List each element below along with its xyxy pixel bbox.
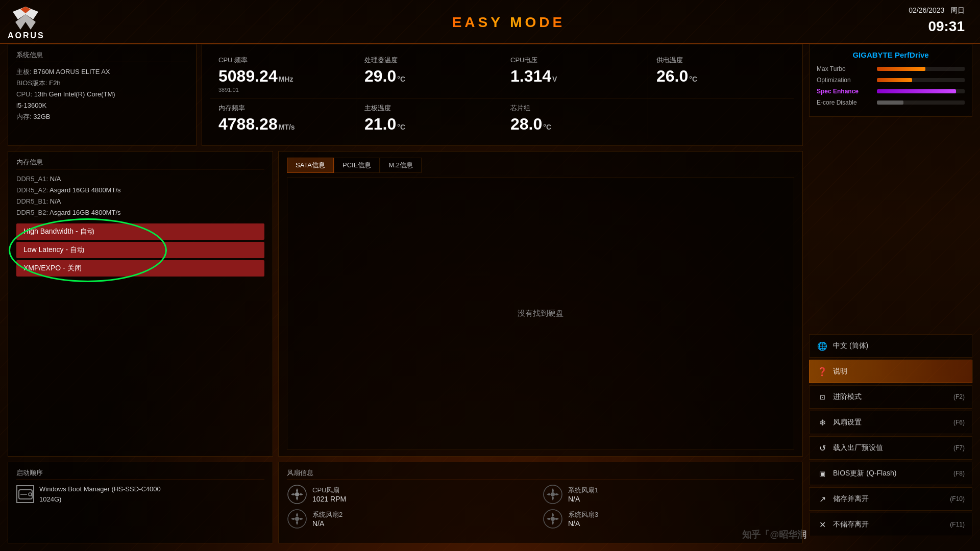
- power-temp-value: 26.0°C: [656, 67, 786, 86]
- xmp-expo-option[interactable]: XMP/EXPO - 关闭: [16, 260, 264, 277]
- cpu-freq-cell: CPU 频率 5089.24MHz 3891.01: [210, 51, 356, 98]
- page-title: EASY MODE: [452, 14, 566, 31]
- advanced-mode-btn[interactable]: ⊡ 进阶模式 (F2): [809, 385, 972, 409]
- globe-icon: 🌐: [817, 340, 828, 352]
- ecore-disable-bar: [877, 101, 903, 105]
- sys-info-title: 系统信息: [16, 51, 188, 62]
- right-sidebar: GIGABYTE PerfDrive Max Turbo Optimizatio…: [809, 44, 972, 543]
- low-latency-option[interactable]: Low Latency - 自动: [16, 242, 264, 258]
- cpu-fan-icon: [287, 484, 307, 505]
- help-btn[interactable]: ❓ 说明: [809, 360, 972, 383]
- help-label: 说明: [833, 367, 847, 376]
- fan-settings-label: 风扇设置: [833, 418, 862, 427]
- fan-shortcut: (F6): [953, 419, 965, 426]
- cpu-freq-value: 5089.24MHz: [218, 67, 348, 86]
- sys-fan1-icon: [543, 484, 563, 505]
- svg-point-7: [295, 492, 299, 496]
- aorus-logo: AORUS: [8, 4, 45, 40]
- max-turbo-label: Max Turbo: [817, 65, 873, 72]
- spec-enhance-row[interactable]: Spec Enhance: [817, 88, 965, 95]
- svg-point-4: [29, 493, 32, 496]
- fan-grid: CPU风扇 1021 RPM: [287, 484, 794, 529]
- svg-point-11: [295, 517, 299, 521]
- sys-fan2-icon: [287, 509, 307, 529]
- ddr-slot-a1: DDR5_A1: N/A: [16, 173, 264, 185]
- cpu-temp-value: 29.0°C: [364, 67, 494, 86]
- exit-shortcut: (F11): [950, 521, 965, 528]
- ddr-slot-a2: DDR5_A2: Asgard 16GB 4800MT/s: [16, 185, 264, 196]
- ecore-disable-row[interactable]: E-core Disable: [817, 99, 965, 106]
- brand-name: AORUS: [8, 31, 45, 40]
- language-btn[interactable]: 🌐 中文 (简体): [809, 334, 972, 358]
- spec-enhance-bar: [877, 89, 956, 93]
- bios-shortcut: (F8): [953, 470, 965, 477]
- mem-freq-value: 4788.28MT/s: [218, 115, 348, 134]
- hdd-icon: [16, 485, 34, 503]
- cpu-voltage-cell: CPU电压 1.314V: [502, 51, 648, 98]
- exit-icon: ✕: [817, 519, 828, 530]
- load-defaults-btn[interactable]: ↺ 载入出厂预设值 (F7): [809, 436, 972, 460]
- reload-icon: ↺: [817, 442, 828, 454]
- boot-item: Windows Boot Manager (HS-SSD-C4000 1024G…: [16, 484, 264, 504]
- storage-panel: SATA信息 PCIE信息 M.2信息 没有找到硬盘: [278, 151, 803, 457]
- ecore-disable-label: E-core Disable: [817, 99, 873, 106]
- storage-tabs: SATA信息 PCIE信息 M.2信息: [287, 158, 794, 173]
- fan-info-panel: 风扇信息: [278, 462, 803, 543]
- power-temp-cell: 供电温度 26.0°C: [648, 51, 794, 98]
- optimization-row[interactable]: Optimization: [817, 77, 965, 84]
- pcie-tab[interactable]: PCIE信息: [334, 158, 380, 173]
- exit-btn[interactable]: ✕ 不储存离开 (F11): [809, 513, 972, 536]
- max-turbo-bar-container: [877, 67, 965, 71]
- language-label: 中文 (简体): [833, 341, 868, 350]
- svg-point-13: [551, 517, 555, 521]
- sys-fan1-item: 系统风扇1 N/A: [543, 484, 794, 505]
- cpu-voltage-value: 1.314V: [510, 67, 640, 86]
- max-turbo-bar: [877, 67, 925, 71]
- bios-icon: ▣: [817, 468, 828, 479]
- exit-label: 不储存离开: [833, 520, 869, 529]
- svg-point-9: [551, 492, 555, 496]
- save-exit-btn[interactable]: ↗ 储存并离开 (F10): [809, 487, 972, 511]
- fan-settings-btn[interactable]: ❄ 风扇设置 (F6): [809, 411, 972, 434]
- time-display: 09:31: [909, 16, 965, 37]
- max-turbo-row[interactable]: Max Turbo: [817, 65, 965, 72]
- bios-update-btn[interactable]: ▣ BIOS更新 (Q-Flash) (F8): [809, 462, 972, 485]
- date-display: 02/26/2023: [909, 6, 944, 14]
- cpu-fan-item: CPU风扇 1021 RPM: [287, 484, 538, 505]
- spec-enhance-bar-container: [877, 89, 965, 93]
- save-exit-shortcut: (F10): [950, 495, 965, 503]
- memory-info-panel: 内存信息 DDR5_A1: N/A DDR5_A2: Asgard 16GB 4…: [8, 151, 273, 457]
- boot-name: Windows Boot Manager (HS-SSD-C4000 1024G…: [39, 484, 161, 504]
- perfdrive-panel: GIGABYTE PerfDrive Max Turbo Optimizatio…: [809, 44, 972, 117]
- sys-fan3-icon: [543, 509, 563, 529]
- ddr-slot-b1: DDR5_B1: N/A: [16, 196, 264, 207]
- bios-update-label: BIOS更新 (Q-Flash): [833, 469, 896, 478]
- high-bandwidth-option[interactable]: High Bandwidth - 自动: [16, 223, 264, 240]
- mem-info: 内存: 32GB: [16, 111, 188, 122]
- sata-tab[interactable]: SATA信息: [287, 158, 334, 173]
- optimization-bar-container: [877, 78, 965, 82]
- cpu-info: CPU: 13th Gen Intel(R) Core(TM): [16, 89, 188, 100]
- ddr-slot-b2: DDR5_B2: Asgard 16GB 4800MT/s: [16, 207, 264, 218]
- spec-enhance-label: Spec Enhance: [817, 88, 873, 95]
- chipset-cell: 芯片组 28.0°C: [502, 98, 648, 139]
- no-disk-message: 没有找到硬盘: [287, 177, 794, 450]
- save-icon: ↗: [817, 493, 828, 505]
- fan-icon: ❄: [817, 417, 828, 428]
- help-icon: ❓: [817, 366, 828, 377]
- weekday-display: 周日: [950, 6, 965, 14]
- advanced-shortcut: (F2): [953, 393, 965, 400]
- sys-fan3-item: 系统风扇3 N/A: [543, 509, 794, 529]
- perfdrive-title: GIGABYTE PerfDrive: [817, 51, 965, 59]
- chipset-value: 28.0°C: [510, 115, 640, 134]
- advanced-label: 进阶模式: [833, 392, 862, 402]
- bios-info: BIOS版本: F2h: [16, 78, 188, 89]
- datetime-display: 02/26/2023 周日 09:31: [909, 5, 965, 37]
- board-temp-cell: 主板温度 21.0°C: [356, 98, 502, 139]
- m2-tab[interactable]: M.2信息: [380, 158, 422, 173]
- advanced-icon: ⊡: [817, 391, 828, 403]
- optimization-bar: [877, 78, 912, 82]
- board-info: 主板: B760M AORUS ELITE AX: [16, 66, 188, 78]
- mem-freq-cell: 内存频率 4788.28MT/s: [210, 98, 356, 139]
- cpu-model-info: i5-13600K: [16, 100, 188, 111]
